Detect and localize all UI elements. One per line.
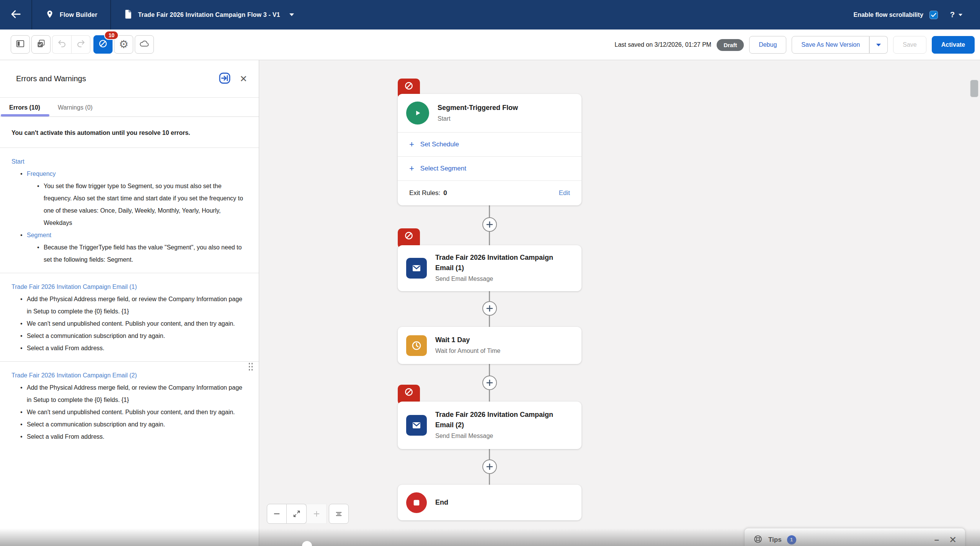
builder-toolbar: 10 ⚙ Last saved on 3/12/2026, 01:27 PM D…	[0, 30, 980, 60]
divider	[0, 273, 259, 273]
expand-all-button[interactable]	[329, 504, 349, 524]
fit-to-view-button[interactable]	[287, 504, 307, 524]
email-icon	[406, 415, 427, 436]
panel-toggle-icon	[15, 39, 25, 50]
error-section-title-link[interactable]: Start	[11, 158, 24, 165]
zoom-in-button[interactable]	[307, 504, 327, 524]
email2-node[interactable]: Trade Fair 2026 Invitation Campaign Emai…	[398, 402, 581, 449]
tips-label: Tips	[768, 536, 782, 544]
start-node[interactable]: Segment-Triggered Flow Start + Set Sched…	[398, 94, 581, 205]
flow-canvas[interactable]: Segment-Triggered Flow Start + Set Sched…	[259, 60, 980, 546]
flow-title: Trade Fair 2026 Invitation Campaign Flow…	[138, 11, 280, 18]
save-options-dropdown[interactable]	[869, 36, 888, 54]
error-detail: Add the Physical Address merge field, or…	[18, 293, 246, 318]
toolbar-right-group: Last saved on 3/12/2026, 01:27 PM Draft …	[615, 30, 975, 60]
error-section-email-2: Trade Fair 2026 Invitation Campaign Emai…	[11, 369, 246, 443]
tab-warnings[interactable]: Warnings (0)	[58, 104, 93, 116]
select-segment-label: Select Segment	[420, 165, 466, 172]
flow-builder-screen: Flow Builder Trade Fair 2026 Invitation …	[0, 0, 980, 546]
activate-button[interactable]: Activate	[932, 36, 975, 54]
error-entry-link[interactable]: Segment	[27, 232, 51, 238]
location-pin-icon	[45, 10, 54, 20]
start-play-icon	[406, 102, 429, 125]
email2-node-title: Trade Fair 2026 Invitation Campaign Emai…	[435, 410, 562, 430]
wait-node[interactable]: Wait 1 Day Wait for Amount of Time	[398, 327, 581, 364]
add-element-button[interactable]	[482, 301, 497, 316]
error-entry-link[interactable]: Frequency	[27, 171, 56, 177]
tips-panel[interactable]: Tips 1 – ✕	[744, 528, 965, 546]
error-section-email-1: Trade Fair 2026 Invitation Campaign Emai…	[11, 281, 246, 354]
error-section-title-link[interactable]: Trade Fair 2026 Invitation Campaign Emai…	[11, 372, 137, 379]
select-elements-icon	[36, 39, 46, 50]
error-section-start: Start Frequency You set the flow trigger…	[11, 156, 246, 266]
undo-button[interactable]	[52, 35, 71, 54]
error-detail: Because the TriggerType field has the va…	[34, 241, 246, 266]
email2-node-header[interactable]: Trade Fair 2026 Invitation Campaign Emai…	[398, 402, 581, 449]
auto-layout-button[interactable]	[135, 35, 154, 54]
gear-icon: ⚙	[119, 39, 128, 50]
error-detail: Add the Physical Address merge field, or…	[18, 382, 246, 406]
error-detail: Select a valid From address.	[18, 342, 246, 354]
divider	[0, 361, 259, 362]
cloud-icon	[139, 38, 150, 51]
error-detail: We can't send unpublished content. Publi…	[18, 406, 246, 418]
exit-rules-label: Exit Rules:	[409, 189, 440, 197]
close-panel-icon[interactable]: ✕	[240, 74, 247, 84]
add-element-button[interactable]	[482, 375, 497, 390]
panel-title: Errors and Warnings	[16, 74, 86, 83]
panel-tabs: Errors (10) Warnings (0)	[0, 98, 259, 117]
email1-node[interactable]: Trade Fair 2026 Invitation Campaign Emai…	[398, 245, 581, 291]
lifering-icon	[753, 534, 763, 546]
prohibited-icon	[98, 39, 108, 50]
errors-warnings-button[interactable]: 10	[93, 35, 113, 54]
select-segment-button[interactable]: + Select Segment	[398, 157, 581, 180]
tab-errors-label: Errors (10)	[9, 104, 40, 111]
save-button[interactable]: Save	[893, 36, 926, 54]
back-button[interactable]	[0, 0, 31, 30]
top-navigation-bar: Flow Builder Trade Fair 2026 Invitation …	[0, 0, 980, 30]
last-saved-text: Last saved on 3/12/2026, 01:27 PM	[615, 41, 712, 48]
canvas-scrollbar-thumb[interactable]	[970, 80, 978, 97]
wait-node-title: Wait 1 Day	[435, 335, 500, 345]
set-schedule-button[interactable]: + Set Schedule	[398, 133, 581, 156]
edit-exit-rules-link[interactable]: Edit	[559, 189, 570, 197]
end-node[interactable]: End	[398, 485, 581, 520]
flow-scrollability-label: Enable flow scrollability	[854, 11, 923, 18]
start-node-subtitle: Start	[438, 114, 518, 124]
flow-scrollability-checkbox[interactable]	[929, 11, 938, 19]
tab-errors[interactable]: Errors (10)	[9, 104, 40, 116]
tab-warnings-label: Warnings (0)	[58, 104, 93, 111]
add-element-button[interactable]	[482, 217, 497, 232]
select-elements-button[interactable]	[31, 35, 51, 54]
add-element-button[interactable]	[482, 459, 497, 474]
wait-node-header[interactable]: Wait 1 Day Wait for Amount of Time	[398, 327, 581, 364]
toggle-panel-button[interactable]	[11, 35, 30, 54]
wait-node-subtitle: Wait for Amount of Time	[435, 346, 500, 356]
exit-rules-value: 0	[443, 189, 447, 197]
stop-icon	[406, 492, 427, 513]
error-section-title-link[interactable]: Trade Fair 2026 Invitation Campaign Emai…	[11, 284, 137, 290]
start-node-header[interactable]: Segment-Triggered Flow Start	[398, 94, 581, 132]
dock-panel-icon[interactable]	[218, 72, 231, 86]
zoom-controls	[267, 504, 349, 524]
tips-count-badge: 1	[787, 535, 796, 544]
debug-button[interactable]: Debug	[749, 36, 786, 54]
redo-button[interactable]	[71, 35, 90, 54]
zoom-out-button[interactable]	[267, 504, 287, 524]
divider	[0, 148, 259, 148]
active-tab-underline	[1, 114, 49, 116]
flow-title-menu[interactable]: Trade Fair 2026 Invitation Campaign Flow…	[111, 0, 307, 30]
save-as-new-version-button[interactable]: Save As New Version	[792, 36, 869, 54]
email1-node-header[interactable]: Trade Fair 2026 Invitation Campaign Emai…	[398, 245, 581, 291]
help-menu[interactable]: ?	[948, 10, 965, 19]
document-icon	[124, 9, 132, 21]
close-icon[interactable]: ✕	[949, 535, 957, 545]
app-name-label: Flow Builder	[60, 11, 97, 18]
error-detail: We can't send unpublished content. Publi…	[18, 318, 246, 330]
end-node-header[interactable]: End	[398, 485, 581, 520]
app-name: Flow Builder	[32, 0, 110, 30]
panel-resize-handle[interactable]	[248, 362, 253, 371]
flow-scrollability-toggle: Enable flow scrollability	[854, 11, 938, 19]
set-schedule-label: Set Schedule	[420, 141, 459, 148]
exit-rules-row: Exit Rules: 0 Edit	[398, 181, 581, 205]
